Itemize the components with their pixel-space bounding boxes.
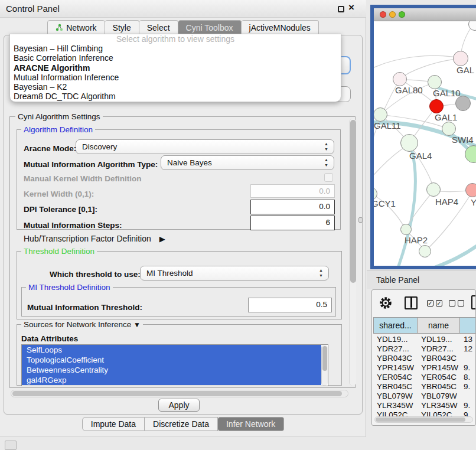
attribute-item[interactable]: SelfLoops <box>22 345 321 355</box>
checked-checkbox-icon[interactable]: ✓ <box>436 300 442 306</box>
algorithm-dropdown-popup: Select algorithm to view settings Bayesi… <box>9 34 341 102</box>
gear-icon[interactable] <box>379 296 392 309</box>
minimize-traffic-light-icon[interactable] <box>389 11 396 18</box>
algorithm-option-selected[interactable]: ARACNE Algorithm <box>10 63 341 73</box>
top-tab-bar: Network Style Select Cyni Toolbox jActiv… <box>0 20 366 35</box>
node-label: SWI4 <box>452 135 474 145</box>
column-selector-icon[interactable] <box>405 296 418 309</box>
unchecked-checkbox-icon[interactable] <box>449 300 455 306</box>
algorithm-option[interactable]: Dream8 DC_TDC Algorithm <box>10 92 341 101</box>
checked-checkbox-icon[interactable]: ✓ <box>427 300 433 306</box>
attribute-list-scrollbar[interactable] <box>321 345 328 386</box>
attribute-item[interactable]: gal4RGexp <box>22 375 321 385</box>
network-node[interactable] <box>426 182 441 197</box>
network-node[interactable] <box>465 183 476 197</box>
panel-bottom-divider <box>0 436 366 437</box>
mi-threshold-field[interactable]: 0.5 <box>248 298 332 312</box>
algorithm-option[interactable]: Basic Correlation Inference <box>10 53 341 63</box>
float-window-icon[interactable] <box>338 6 344 12</box>
tab-infer-network[interactable]: Infer Network <box>218 417 284 431</box>
column-header-name[interactable]: name <box>418 317 460 334</box>
algorithm-option[interactable]: Bayesian – K2 <box>10 82 341 92</box>
algorithm-option[interactable]: Bayesian – Hill Climbing <box>10 44 341 53</box>
stepper-arrows-icon: ▲▼ <box>324 141 328 152</box>
table-row[interactable]: YBR043CYBR043C <box>373 354 475 363</box>
manual-kernel-label: Manual Kernel Width Definition <box>24 174 141 183</box>
close-traffic-light-icon[interactable] <box>380 11 386 18</box>
stepper-arrows-icon: ▲▼ <box>319 268 323 278</box>
network-node[interactable] <box>393 72 407 86</box>
mi-steps-field[interactable]: 6 <box>250 216 335 230</box>
tab-impute-data[interactable]: Impute Data <box>82 417 145 431</box>
manual-kernel-checkbox[interactable] <box>324 173 333 182</box>
table-row[interactable]: YBL079WYBL079W <box>373 392 475 401</box>
tab-jactivemnodules[interactable]: jActiveMNodules <box>242 20 319 35</box>
table-row[interactable]: YPR145WYPR145W9. <box>373 363 475 373</box>
network-node[interactable] <box>453 51 468 66</box>
tab-select[interactable]: Select <box>139 20 178 35</box>
minimized-panel-icon[interactable] <box>5 441 17 450</box>
tab-style[interactable]: Style <box>105 20 139 35</box>
data-attributes-label: Data Attributes <box>21 334 78 343</box>
tab-network[interactable]: Network <box>47 20 105 35</box>
table-panel: ✓ ✓ shared... name YDL19...YDL19...13 YD… <box>371 289 476 426</box>
column-header-shared-name[interactable]: shared... <box>373 317 418 334</box>
mi-type-select[interactable]: Naive Bayes ▲▼ <box>161 155 334 170</box>
dpi-tolerance-field[interactable]: 0.0 <box>250 200 335 214</box>
popup-prompt: Select algorithm to view settings <box>10 34 341 44</box>
table-row[interactable]: YDR27...YDR27...12 <box>373 344 475 354</box>
scrollbar-thumb[interactable] <box>350 120 356 283</box>
splitter-grip[interactable] <box>358 217 363 223</box>
table-row[interactable]: YDL19...YDL19...13 <box>373 335 475 344</box>
table-row[interactable]: YBR045CYBR045C9. <box>373 382 475 392</box>
mi-threshold-label: Mutual Information Threshold: <box>27 303 142 312</box>
aracne-mode-select[interactable]: Discovery ▲▼ <box>76 139 334 154</box>
node-label: GAL80 <box>395 85 423 95</box>
scrollbar-thumb[interactable] <box>12 391 342 396</box>
which-threshold-select[interactable]: MI Threshold ▲▼ <box>140 266 329 281</box>
table-horizontal-scrollbar[interactable] <box>374 416 473 423</box>
table-row[interactable]: YER054CYER054C8. <box>373 373 475 382</box>
network-window-titlebar[interactable] <box>374 8 476 21</box>
hub-definition-toggle[interactable]: Hub/Transcription Factor Definition ▶ <box>24 234 165 243</box>
settings-group-title: Cyni Algorithm Settings <box>15 112 103 121</box>
tab-cyni-toolbox[interactable]: Cyni Toolbox <box>178 20 242 35</box>
network-canvas[interactable]: GAL GAL80 GAL10 GAL1 GAL11 SWI4 GAL4 GCY… <box>374 21 476 266</box>
network-node[interactable] <box>374 107 387 122</box>
node-label: Y <box>471 197 476 207</box>
network-node[interactable] <box>419 245 431 257</box>
aracne-mode-label: Aracne Mode: <box>24 144 76 153</box>
network-node[interactable] <box>400 134 418 152</box>
network-node[interactable] <box>400 224 412 235</box>
control-panel-titlebar: Control Panel × <box>0 0 366 18</box>
network-icon <box>56 24 63 31</box>
network-node[interactable] <box>428 75 442 89</box>
scrollbar-thumb[interactable] <box>376 418 465 422</box>
attribute-item[interactable]: TopologicalCoefficient <box>22 355 321 365</box>
tab-discretize-data[interactable]: Discretize Data <box>145 417 218 431</box>
network-node-selected-red[interactable] <box>429 99 444 113</box>
network-node[interactable] <box>455 96 471 111</box>
algorithm-option[interactable]: Mutual Information Inference <box>10 73 341 82</box>
apply-button[interactable]: Apply <box>158 399 200 412</box>
zoom-traffic-light-icon[interactable] <box>399 11 405 18</box>
close-icon[interactable]: × <box>348 2 354 14</box>
attribute-item[interactable]: BetweennessCentrality <box>22 365 321 375</box>
settings-horizontal-scrollbar[interactable] <box>11 390 348 397</box>
stepper-arrows-icon: ▲▼ <box>324 157 328 168</box>
kernel-width-field[interactable]: 0.0 <box>250 184 335 198</box>
sources-group-title[interactable]: Sources for Network Inference ▼ <box>21 320 143 329</box>
table-row[interactable]: YIL052CYIL052C9 <box>373 410 475 416</box>
table-rows: YDL19...YDL19...13 YDR27...YDR27...12 YB… <box>373 335 475 416</box>
dpi-tolerance-label: DPI Tolerance [0,1]: <box>24 205 97 214</box>
scrollbar-thumb[interactable] <box>322 346 327 371</box>
panel-title: Control Panel <box>6 4 60 14</box>
unchecked-checkbox-icon[interactable] <box>458 300 464 306</box>
node-label: GAL11 <box>374 120 401 131</box>
expand-right-icon: ▶ <box>159 234 165 243</box>
settings-vertical-scrollbar[interactable] <box>349 119 356 386</box>
table-row[interactable]: YLR345WYLR345W9. <box>373 401 475 410</box>
network-node[interactable] <box>442 122 456 136</box>
document-icon[interactable] <box>471 295 476 309</box>
column-header-partial[interactable] <box>460 317 476 334</box>
